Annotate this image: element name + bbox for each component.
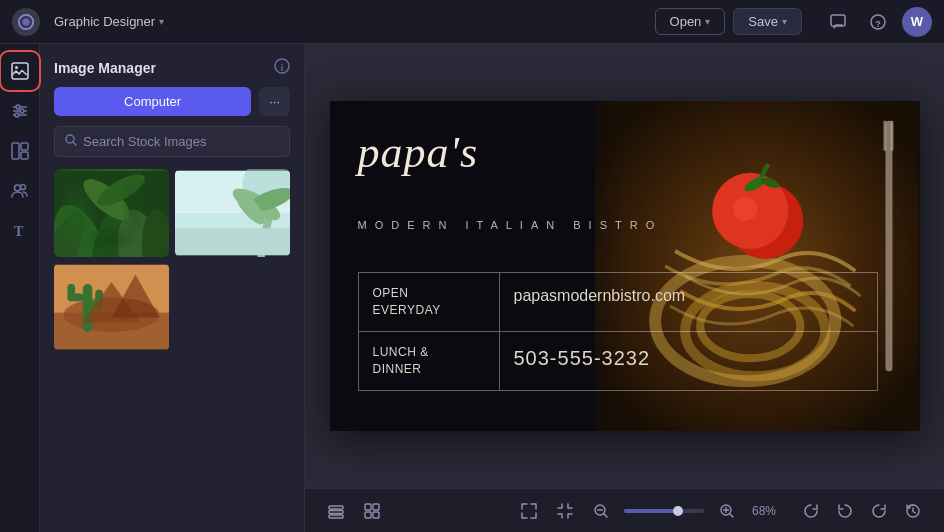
- svg-rect-63: [329, 515, 343, 518]
- zoom-slider[interactable]: [624, 509, 704, 513]
- canvas-main: papa's MODERN ITALIAN BISTRO OPEN EVERYD…: [305, 44, 944, 488]
- open-label: Open: [670, 14, 702, 29]
- sidebar-item-images[interactable]: [3, 54, 37, 88]
- svg-rect-37: [175, 228, 290, 255]
- svg-rect-59: [883, 121, 886, 151]
- open-button[interactable]: Open ▾: [655, 8, 726, 35]
- svg-point-17: [20, 185, 25, 190]
- sidebar-title: Image Manager: [54, 60, 156, 76]
- svg-rect-65: [373, 504, 379, 510]
- svg-line-72: [730, 514, 733, 517]
- svg-text:i: i: [281, 63, 284, 73]
- svg-point-1: [22, 18, 29, 25]
- svg-point-11: [20, 109, 24, 113]
- zoom-controls: 68%: [586, 496, 782, 526]
- bottom-right-icons: [796, 496, 928, 526]
- info-label-2: LUNCH & DINNER: [359, 331, 499, 390]
- svg-rect-44: [67, 284, 75, 301]
- save-label: Save: [748, 14, 778, 29]
- sidebar-item-text[interactable]: T: [3, 214, 37, 248]
- svg-rect-62: [329, 510, 343, 513]
- canvas-title: papa's: [358, 129, 479, 177]
- svg-rect-60: [890, 121, 893, 151]
- sidebar-item-adjust[interactable]: [3, 94, 37, 128]
- svg-line-69: [604, 514, 607, 517]
- svg-point-26: [111, 206, 169, 257]
- image-thumb-desert[interactable]: [54, 263, 169, 351]
- zoom-slider-fill: [624, 509, 678, 513]
- svg-rect-64: [365, 504, 371, 510]
- svg-point-25: [84, 205, 138, 257]
- canvas-info-box: OPEN EVERYDAY papasmodernbistro.com LUNC…: [358, 272, 878, 391]
- images-grid: [40, 169, 304, 351]
- svg-point-29: [77, 172, 136, 227]
- computer-button[interactable]: Computer: [54, 87, 251, 116]
- icon-bar: T: [0, 44, 40, 532]
- zoom-out-button[interactable]: [586, 496, 616, 526]
- svg-point-12: [15, 113, 19, 117]
- chat-button[interactable]: [822, 6, 854, 38]
- undo-button[interactable]: [830, 496, 860, 526]
- save-chevron: ▾: [782, 16, 787, 27]
- history-button[interactable]: [898, 496, 928, 526]
- sidebar-actions: Computer ···: [40, 87, 304, 126]
- sidebar-item-layout[interactable]: [3, 134, 37, 168]
- main-area: T Image Manager i Computer ···: [0, 44, 944, 532]
- topbar: Graphic Designer ▾ Open ▾ Save ▾ ? W: [0, 0, 944, 44]
- bottom-toolbar: 68%: [305, 488, 944, 532]
- design-canvas[interactable]: papa's MODERN ITALIAN BISTRO OPEN EVERYD…: [330, 101, 920, 431]
- svg-line-22: [73, 142, 76, 145]
- topbar-right-icons: ? W: [822, 6, 932, 38]
- reset-view-button[interactable]: [796, 496, 826, 526]
- canvas-subtitle: MODERN ITALIAN BISTRO: [358, 219, 663, 231]
- image-thumb-tropical[interactable]: [54, 169, 169, 257]
- svg-rect-23: [54, 171, 169, 255]
- search-icon: [65, 134, 77, 149]
- more-label: ···: [269, 94, 280, 109]
- canvas-area: papa's MODERN ITALIAN BISTRO OPEN EVERYD…: [305, 44, 944, 532]
- svg-point-10: [16, 105, 20, 109]
- svg-rect-14: [21, 143, 28, 150]
- svg-rect-66: [365, 512, 371, 518]
- grid-button[interactable]: [357, 496, 387, 526]
- zoom-label: 68%: [746, 504, 782, 518]
- app-name-chevron: ▾: [159, 16, 164, 27]
- svg-point-16: [14, 185, 20, 191]
- sidebar-item-people[interactable]: [3, 174, 37, 208]
- search-placeholder: Search Stock Images: [83, 134, 207, 149]
- svg-point-28: [138, 208, 169, 257]
- svg-text:T: T: [14, 224, 24, 239]
- info-value-1: papasmodernbistro.com: [499, 273, 877, 332]
- svg-rect-5: [12, 63, 28, 79]
- sidebar-header: Image Manager i: [40, 44, 304, 87]
- image-thumb-palm[interactable]: [175, 169, 290, 257]
- svg-point-24: [54, 197, 123, 257]
- avatar-initial: W: [911, 14, 923, 29]
- more-button[interactable]: ···: [259, 87, 290, 116]
- zoom-in-button[interactable]: [712, 496, 742, 526]
- app-name-label: Graphic Designer: [54, 14, 155, 29]
- save-button[interactable]: Save ▾: [733, 8, 802, 35]
- svg-rect-61: [329, 506, 343, 509]
- svg-text:?: ?: [875, 18, 881, 28]
- info-icon[interactable]: i: [274, 58, 290, 77]
- svg-point-55: [733, 197, 757, 221]
- sidebar: Image Manager i Computer ···: [40, 44, 305, 532]
- svg-point-27: [54, 207, 93, 257]
- help-button[interactable]: ?: [862, 6, 894, 38]
- svg-point-30: [93, 169, 149, 212]
- redo-button[interactable]: [864, 496, 894, 526]
- zoom-slider-thumb[interactable]: [673, 506, 683, 516]
- expand-button[interactable]: [514, 496, 544, 526]
- open-chevron: ▾: [705, 16, 710, 27]
- svg-rect-58: [885, 121, 892, 371]
- user-avatar[interactable]: W: [902, 7, 932, 37]
- app-logo[interactable]: [12, 8, 40, 36]
- info-label-1: OPEN EVERYDAY: [359, 273, 499, 332]
- svg-rect-13: [12, 143, 19, 159]
- layers-button[interactable]: [321, 496, 351, 526]
- shrink-button[interactable]: [550, 496, 580, 526]
- search-bar[interactable]: Search Stock Images: [54, 126, 290, 157]
- app-name-button[interactable]: Graphic Designer ▾: [48, 10, 170, 33]
- info-value-2: 503-555-3232: [499, 331, 877, 390]
